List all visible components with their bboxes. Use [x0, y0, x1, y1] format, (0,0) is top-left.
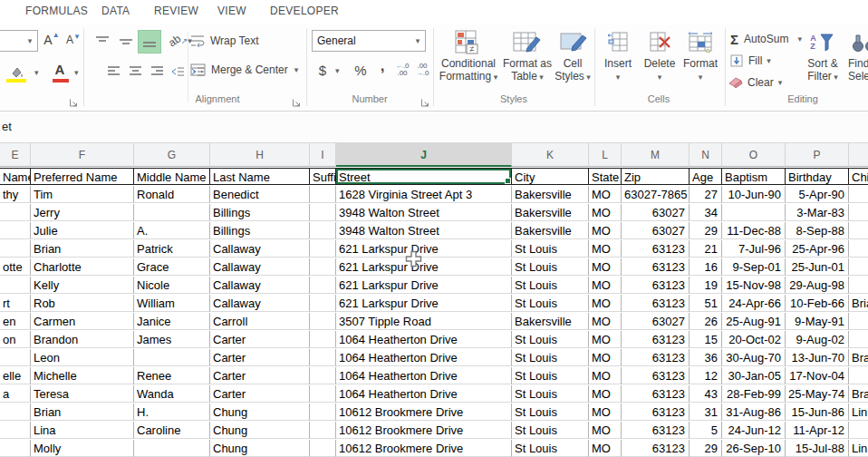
- data-cell[interactable]: Carmen: [31, 313, 134, 330]
- data-cell[interactable]: St Louis: [512, 422, 589, 439]
- data-cell[interactable]: Bakersville: [512, 204, 589, 221]
- data-cell[interactable]: MO: [589, 222, 622, 239]
- header-cell[interactable]: City: [512, 168, 589, 185]
- data-cell[interactable]: Janice: [134, 313, 210, 330]
- fill-button[interactable]: Fill ▾: [730, 52, 794, 70]
- align-center-button[interactable]: [125, 61, 145, 83]
- data-cell[interactable]: [849, 240, 868, 258]
- data-cell[interactable]: [310, 349, 336, 366]
- data-cell[interactable]: 34: [690, 204, 722, 221]
- data-cell[interactable]: 63123: [622, 422, 690, 439]
- data-cell[interactable]: Kelly: [31, 277, 134, 294]
- align-bottom-button[interactable]: [138, 30, 161, 53]
- data-cell[interactable]: James: [134, 331, 210, 348]
- data-cell[interactable]: MO: [589, 277, 622, 294]
- font-dialog-launcher[interactable]: [69, 95, 79, 105]
- data-cell[interactable]: 10612 Brookmere Drive: [336, 440, 512, 457]
- delete-cells-button[interactable]: [645, 30, 674, 53]
- data-cell[interactable]: Rob: [31, 295, 134, 312]
- data-cell[interactable]: [0, 422, 31, 439]
- data-cell[interactable]: [310, 404, 336, 421]
- data-cell[interactable]: [310, 258, 336, 276]
- column-header-F[interactable]: F: [31, 143, 134, 167]
- data-cell[interactable]: [310, 204, 336, 221]
- number-dialog-launcher[interactable]: [420, 95, 430, 105]
- data-cell[interactable]: Lina: [31, 422, 134, 439]
- data-cell[interactable]: 63123: [622, 385, 690, 403]
- tab-data[interactable]: DATA: [101, 5, 130, 17]
- data-cell[interactable]: Caroline: [134, 422, 210, 439]
- header-cell[interactable]: Street: [336, 168, 512, 185]
- tab-review[interactable]: REVIEW: [154, 5, 198, 17]
- data-cell[interactable]: [134, 440, 210, 457]
- format-cells-label[interactable]: Format▾: [680, 57, 721, 83]
- data-cell[interactable]: 15: [690, 331, 722, 348]
- data-cell[interactable]: MO: [589, 385, 622, 403]
- data-cell[interactable]: Ronald: [134, 186, 210, 203]
- data-cell[interactable]: MO: [589, 367, 622, 384]
- data-cell[interactable]: [0, 277, 31, 294]
- data-cell[interactable]: St Louis: [512, 404, 589, 421]
- data-cell[interactable]: 29-Aug-98: [786, 277, 849, 294]
- data-cell[interactable]: Chung: [210, 440, 310, 457]
- sort-filter-button[interactable]: AZ: [805, 28, 841, 57]
- header-cell[interactable]: Suffix: [310, 168, 336, 185]
- data-cell[interactable]: 51: [690, 295, 722, 312]
- decrease-indent-button[interactable]: [169, 61, 187, 83]
- data-cell[interactable]: 31: [690, 404, 722, 421]
- merge-center-button[interactable]: Merge & Center ▾: [190, 61, 313, 79]
- cell-styles-label[interactable]: Cell Styles ▾: [547, 57, 598, 83]
- data-cell[interactable]: Callaway: [210, 240, 310, 258]
- data-cell[interactable]: [310, 331, 336, 348]
- data-cell[interactable]: [849, 331, 868, 348]
- chevron-down-icon[interactable]: ▾: [74, 68, 79, 77]
- data-cell[interactable]: 10-Jun-90: [722, 186, 786, 203]
- data-cell[interactable]: Julie: [31, 222, 134, 239]
- clear-button[interactable]: Clear ▾: [728, 73, 801, 92]
- data-cell[interactable]: [310, 277, 336, 294]
- data-cell[interactable]: [0, 404, 31, 421]
- data-cell[interactable]: 63123: [622, 367, 690, 384]
- data-cell[interactable]: MO: [589, 186, 622, 203]
- data-cell[interactable]: 10612 Brookmere Drive: [336, 404, 512, 421]
- chevron-down-icon[interactable]: ▾: [34, 68, 39, 77]
- increase-font-size-button[interactable]: A▲: [42, 30, 62, 50]
- header-cell[interactable]: Name: [0, 168, 31, 185]
- data-cell[interactable]: otte: [0, 258, 31, 276]
- data-cell[interactable]: Lin: [849, 404, 868, 421]
- data-cell[interactable]: 9-Aug-02: [786, 331, 849, 348]
- data-cell[interactable]: 10612 Brookmere Drive: [336, 422, 512, 439]
- formula-bar[interactable]: et: [0, 112, 868, 143]
- data-cell[interactable]: [0, 240, 31, 258]
- header-cell[interactable]: Middle Name: [134, 168, 210, 185]
- data-cell[interactable]: Nicole: [134, 277, 210, 294]
- data-cell[interactable]: [134, 349, 210, 366]
- data-cell[interactable]: 63123: [622, 331, 690, 348]
- data-cell[interactable]: 25-Jun-01: [786, 258, 849, 276]
- data-cell[interactable]: Teresa: [31, 385, 134, 403]
- data-cell[interactable]: [310, 186, 336, 203]
- data-cell[interactable]: rt: [0, 295, 31, 312]
- data-cell[interactable]: 16: [690, 258, 722, 276]
- data-cell[interactable]: 63027-7865: [622, 186, 690, 203]
- data-cell[interactable]: 28-Feb-99: [722, 385, 786, 403]
- align-right-button[interactable]: [147, 61, 167, 83]
- data-cell[interactable]: [722, 204, 786, 221]
- data-cell[interactable]: [134, 204, 210, 221]
- comma-style-button[interactable]: ,: [375, 55, 390, 77]
- data-cell[interactable]: 15-Nov-98: [722, 277, 786, 294]
- data-cell[interactable]: MO: [589, 258, 622, 276]
- data-cell[interactable]: 27: [690, 186, 722, 203]
- accounting-format-button[interactable]: $: [313, 59, 332, 81]
- tab-developer[interactable]: DEVELOPER: [270, 5, 339, 17]
- header-cell[interactable]: Age: [690, 168, 722, 185]
- data-cell[interactable]: 15-Jul-88: [786, 440, 849, 457]
- data-cell[interactable]: 63027: [622, 313, 690, 330]
- data-cell[interactable]: thy: [0, 186, 31, 203]
- data-cell[interactable]: 621 Larkspur Drive: [336, 277, 512, 294]
- data-cell[interactable]: 21: [690, 240, 722, 258]
- data-cell[interactable]: 8-Sep-88: [786, 222, 849, 239]
- data-cell[interactable]: 11-Dec-88: [722, 222, 786, 239]
- data-cell[interactable]: St Louis: [512, 258, 589, 276]
- data-cell[interactable]: Leon: [31, 349, 134, 366]
